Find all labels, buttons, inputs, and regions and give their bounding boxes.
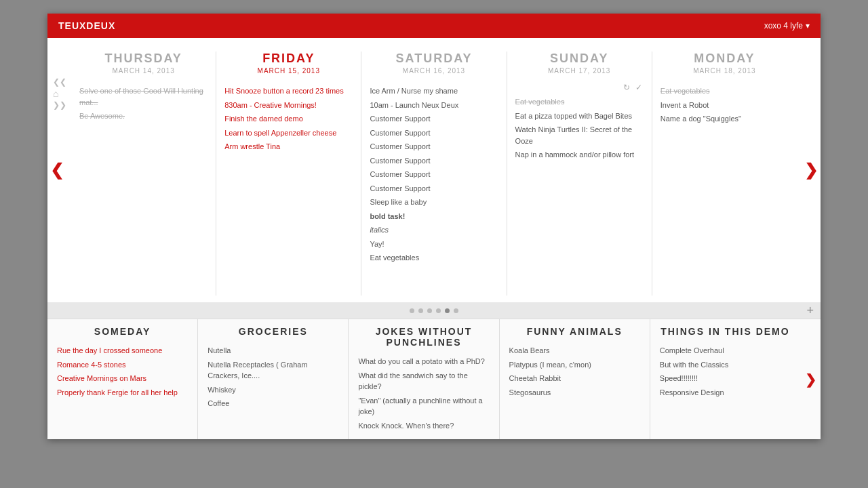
someday-col-groceries: GROCERIESNutellaNutella Receptacles ( Gr… bbox=[198, 319, 349, 439]
task-item[interactable]: bold task! bbox=[370, 209, 498, 224]
someday-item[interactable]: Knock Knock. When's there? bbox=[358, 419, 489, 433]
calendar-area: ❮ ❯ ❮❮ ⌂ ❯❯ THURSDAYMARCH 14, 2013Solve … bbox=[47, 38, 821, 302]
task-item[interactable]: Be Awesome. bbox=[79, 109, 208, 123]
day-name-sunday: SUNDAY bbox=[515, 52, 644, 66]
someday-item[interactable]: But with the Classics bbox=[660, 358, 791, 372]
task-item[interactable]: Invent a Robot bbox=[660, 98, 789, 113]
someday-item[interactable]: Properly thank Fergie for all her help bbox=[57, 386, 188, 400]
someday-item[interactable]: Rue the day I crossed someone bbox=[57, 344, 188, 358]
task-item[interactable]: Customer Support bbox=[370, 112, 498, 126]
home-icon[interactable]: ⌂ bbox=[53, 88, 66, 99]
someday-item[interactable]: Whiskey bbox=[208, 383, 338, 397]
task-item[interactable]: 10am - Launch Neux Deux bbox=[370, 98, 498, 113]
sub-prev-icon[interactable]: ❮❮ bbox=[53, 77, 66, 87]
dot-0[interactable] bbox=[454, 308, 458, 313]
someday-header-groceries: GROCERIES bbox=[208, 326, 338, 337]
day-date-saturday: MARCH 16, 2013 bbox=[370, 67, 498, 75]
next-week-button[interactable]: ❯ bbox=[802, 153, 821, 187]
someday-area: SOMEDAYRue the day I crossed someoneRoma… bbox=[47, 319, 800, 439]
task-item[interactable]: Eat a pizza topped with Bagel Bites bbox=[515, 109, 644, 123]
dot-2[interactable] bbox=[436, 308, 441, 313]
days-grid: THURSDAYMARCH 14, 2013Solve one of those… bbox=[71, 52, 797, 296]
task-item[interactable]: Customer Support bbox=[370, 140, 498, 154]
someday-col-someday: SOMEDAYRue the day I crossed someoneRoma… bbox=[47, 319, 198, 439]
day-name-monday: MONDAY bbox=[660, 52, 789, 66]
task-item[interactable]: Customer Support bbox=[370, 126, 498, 140]
day-col-friday: FRIDAYMARCH 15, 2013Hit Snooze button a … bbox=[216, 52, 361, 296]
task-item[interactable]: Finish the darned demo bbox=[224, 112, 353, 126]
someday-item[interactable]: Stegosaurus bbox=[509, 386, 640, 400]
task-item[interactable]: Name a dog "Squiggles" bbox=[660, 112, 789, 126]
task-item[interactable]: Nap in a hammock and/or pillow fort bbox=[515, 148, 644, 162]
someday-header-things-in-demo: THINGS IN THIS DEMO bbox=[660, 326, 791, 337]
dot-4[interactable] bbox=[418, 308, 423, 313]
day-date-monday: MARCH 18, 2013 bbox=[660, 67, 789, 75]
task-item[interactable]: Customer Support bbox=[370, 182, 498, 196]
someday-item[interactable]: Romance 4-5 stones bbox=[57, 358, 188, 372]
add-list-button[interactable]: + bbox=[806, 304, 814, 318]
someday-header-jokes: JOKES WITHOUT PUNCHLINES bbox=[358, 326, 489, 348]
user-menu[interactable]: xoxo 4 lyfe ▾ bbox=[764, 21, 810, 30]
someday-item[interactable]: Coffee bbox=[208, 396, 338, 411]
day-date-thursday: MARCH 14, 2013 bbox=[79, 67, 208, 75]
someday-item[interactable]: Responsive Design bbox=[660, 386, 791, 400]
someday-next-button[interactable]: ❯ bbox=[805, 371, 816, 388]
someday-item[interactable]: Speed!!!!!!!! bbox=[660, 371, 791, 386]
task-item[interactable]: Eat vegetables bbox=[515, 95, 644, 109]
someday-item[interactable]: Complete Overhaul bbox=[660, 344, 791, 358]
someday-item[interactable]: Nutella Receptacles ( Graham Crackers, I… bbox=[208, 358, 338, 383]
someday-header-someday: SOMEDAY bbox=[57, 326, 188, 337]
task-item[interactable]: Yay! bbox=[370, 237, 498, 251]
someday-header-funny-animals: FUNNY ANIMALS bbox=[509, 326, 640, 337]
someday-item[interactable]: What did the sandwich say to the pickle? bbox=[358, 369, 489, 394]
task-item[interactable]: Eat vegetables bbox=[660, 84, 789, 98]
task-input-saturday[interactable] bbox=[370, 265, 498, 276]
task-item[interactable]: Learn to spell Appenzeller cheese bbox=[224, 126, 353, 140]
task-item[interactable]: 830am - Creative Mornings! bbox=[224, 98, 353, 113]
day-header-thursday: THURSDAYMARCH 14, 2013 bbox=[79, 52, 208, 75]
someday-item[interactable]: Koala Bears bbox=[509, 344, 640, 358]
dot-3[interactable] bbox=[427, 308, 432, 313]
dot-5[interactable] bbox=[410, 308, 414, 313]
day-date-sunday: MARCH 17, 2013 bbox=[515, 67, 644, 75]
task-item[interactable]: Watch Ninja Turtles II: Secret of the Oo… bbox=[515, 123, 644, 148]
dots-bar: + bbox=[47, 302, 821, 319]
someday-item[interactable]: "Evan" (actually a punchline without a j… bbox=[358, 394, 489, 419]
someday-item[interactable]: Nutella bbox=[208, 344, 338, 358]
sub-next-icon[interactable]: ❯❯ bbox=[53, 100, 66, 110]
prev-week-button[interactable]: ❮ bbox=[47, 153, 66, 187]
someday-col-things-in-demo: THINGS IN THIS DEMOComplete OverhaulBut … bbox=[650, 319, 800, 439]
check-icon[interactable]: ✓ bbox=[635, 83, 642, 92]
someday-item[interactable]: Cheetah Rabbit bbox=[509, 371, 640, 386]
someday-item[interactable]: Platypus (I mean, c'mon) bbox=[509, 358, 640, 372]
task-item[interactable]: Arm wrestle Tina bbox=[224, 140, 353, 154]
someday-col-jokes: JOKES WITHOUT PUNCHLINESWhat do you call… bbox=[349, 319, 499, 439]
task-item[interactable]: Sleep like a baby bbox=[370, 195, 498, 209]
dropdown-icon: ▾ bbox=[806, 21, 810, 30]
header: TEUXDEUX xoxo 4 lyfe ▾ bbox=[47, 14, 821, 38]
day-name-saturday: SATURDAY bbox=[370, 52, 498, 66]
dot-1[interactable] bbox=[445, 308, 450, 313]
task-item[interactable]: Customer Support bbox=[370, 167, 498, 182]
sub-nav: ❮❮ ⌂ ❯❯ bbox=[53, 77, 66, 110]
task-item[interactable]: Solve one of those Good Will Hunting mat… bbox=[79, 84, 208, 109]
day-date-friday: MARCH 15, 2013 bbox=[224, 67, 353, 75]
day-header-saturday: SATURDAYMARCH 16, 2013 bbox=[370, 52, 498, 75]
task-item[interactable]: Eat vegetables bbox=[370, 251, 498, 265]
day-col-saturday: SATURDAYMARCH 16, 2013Ice Arm / Nurse my… bbox=[361, 52, 507, 296]
user-label: xoxo 4 lyfe bbox=[764, 21, 803, 30]
day-name-thursday: THURSDAY bbox=[79, 52, 208, 66]
repeat-icon[interactable]: ↻ bbox=[623, 83, 630, 92]
day-header-monday: MONDAYMARCH 18, 2013 bbox=[660, 52, 789, 75]
task-item[interactable]: italics bbox=[370, 223, 498, 237]
task-item[interactable]: Ice Arm / Nurse my shame bbox=[370, 84, 498, 98]
day-header-sunday: SUNDAYMARCH 17, 2013 bbox=[515, 52, 644, 75]
someday-item[interactable]: What do you call a potato with a PhD? bbox=[358, 354, 489, 369]
app-wrapper: TEUXDEUX xoxo 4 lyfe ▾ ❮ ❯ ❮❮ ⌂ ❯❯ THURS… bbox=[47, 14, 821, 439]
day-col-thursday: THURSDAYMARCH 14, 2013Solve one of those… bbox=[71, 52, 216, 296]
task-item[interactable]: Customer Support bbox=[370, 154, 498, 168]
task-item[interactable]: Hit Snooze button a record 23 times bbox=[224, 84, 353, 98]
someday-item[interactable]: Creative Mornings on Mars bbox=[57, 371, 188, 386]
day-header-friday: FRIDAYMARCH 15, 2013 bbox=[224, 52, 353, 75]
day-name-friday: FRIDAY bbox=[224, 52, 353, 66]
